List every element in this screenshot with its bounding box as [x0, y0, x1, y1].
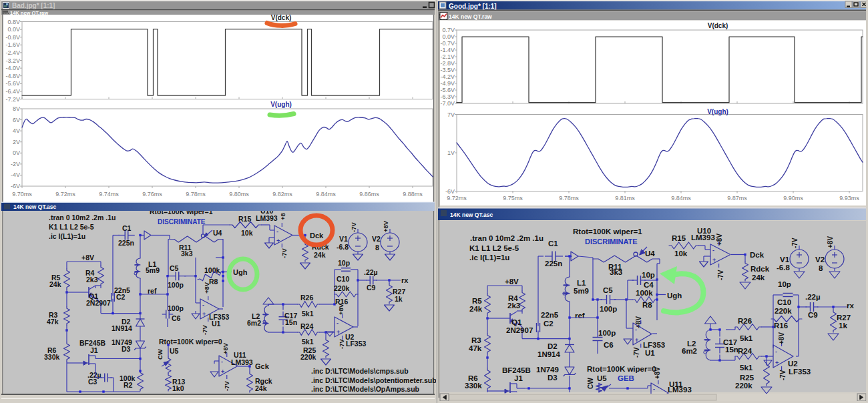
- svg-text:-6.8: -6.8: [777, 264, 790, 272]
- svg-text:C5: C5: [603, 286, 613, 294]
- svg-text:R24: R24: [300, 322, 313, 330]
- svg-text:10k: 10k: [674, 250, 688, 258]
- svg-text:10p: 10p: [778, 280, 791, 288]
- svg-text:330k: 330k: [44, 353, 60, 361]
- svg-text:0.0V: 0.0V: [7, 26, 20, 33]
- svg-text:V(dck): V(dck): [708, 22, 728, 29]
- svg-text:+8V: +8V: [222, 342, 229, 354]
- svg-text:+8V: +8V: [778, 332, 785, 344]
- svg-text:5k1: 5k1: [740, 334, 753, 342]
- svg-text:V2: V2: [372, 235, 381, 243]
- svg-text:9.70ms: 9.70ms: [12, 191, 32, 197]
- svg-text:R8: R8: [209, 278, 218, 286]
- svg-text:22n5: 22n5: [541, 311, 559, 319]
- svg-text:Good.jpg* [1:1]: Good.jpg* [1:1]: [449, 3, 497, 10]
- svg-text:9.88ms: 9.88ms: [403, 191, 423, 197]
- svg-text:R27: R27: [837, 314, 851, 322]
- svg-text:rx: rx: [401, 276, 409, 284]
- svg-text:Rdck: Rdck: [750, 265, 770, 273]
- svg-text:-7.0V: -7.0V: [440, 100, 455, 107]
- svg-text:9.80ms: 9.80ms: [229, 191, 249, 197]
- svg-text:10p: 10p: [642, 271, 655, 279]
- svg-text:C2: C2: [116, 293, 126, 301]
- svg-text:V(ugh): V(ugh): [707, 108, 728, 115]
- svg-text:9.87ms: 9.87ms: [727, 195, 747, 202]
- svg-text:9.78ms: 9.78ms: [186, 191, 206, 197]
- svg-text:C5: C5: [170, 264, 179, 272]
- svg-text:Rtot=100K wiper=1: Rtot=100K wiper=1: [573, 228, 642, 236]
- svg-text:3k3: 3k3: [181, 250, 193, 258]
- svg-text:+8V: +8V: [382, 220, 389, 232]
- svg-text:R15: R15: [672, 234, 686, 242]
- svg-text:BF245B: BF245B: [502, 366, 531, 374]
- svg-text:-5.6V: -5.6V: [5, 80, 20, 87]
- svg-text:14K new QT.raw: 14K new QT.raw: [449, 13, 492, 20]
- svg-text:6m2: 6m2: [247, 319, 261, 327]
- svg-text:220k: 220k: [334, 284, 350, 292]
- svg-text:220k: 220k: [300, 353, 316, 361]
- svg-text:15n: 15n: [725, 346, 738, 354]
- svg-text:-6V: -6V: [11, 183, 20, 189]
- svg-text:0.7V: 0.7V: [442, 27, 455, 33]
- svg-text:U5: U5: [170, 347, 179, 355]
- svg-text:.ic I(L1)=1u: .ic I(L1)=1u: [469, 254, 509, 262]
- svg-text:-6.8: -6.8: [337, 243, 349, 251]
- svg-text:9.72ms: 9.72ms: [447, 195, 467, 202]
- svg-text:-7V: -7V: [717, 270, 724, 280]
- svg-text:-: -: [221, 358, 223, 365]
- svg-text:+: +: [276, 238, 280, 244]
- svg-text:R24: R24: [738, 347, 752, 355]
- svg-text:-7V: -7V: [280, 248, 288, 258]
- svg-text:R2: R2: [124, 381, 133, 389]
- svg-text:U2: U2: [788, 360, 798, 368]
- svg-text:D3: D3: [122, 345, 131, 353]
- svg-text:-4.8V: -4.8V: [5, 73, 20, 79]
- svg-text:8: 8: [375, 244, 379, 252]
- svg-text:LF353: LF353: [346, 340, 367, 348]
- svg-text:LF353: LF353: [789, 368, 811, 376]
- svg-text:R26: R26: [738, 317, 752, 325]
- svg-text:+8V: +8V: [81, 254, 94, 262]
- svg-text:U10: U10: [697, 227, 711, 235]
- svg-text:C1: C1: [548, 240, 558, 248]
- svg-text:5k1: 5k1: [302, 338, 314, 346]
- svg-text:-4.9V: -4.9V: [440, 80, 455, 87]
- svg-text:+8: +8: [279, 213, 286, 220]
- svg-text:U1: U1: [645, 349, 655, 357]
- svg-text:100p: 100p: [600, 305, 617, 313]
- svg-text:+: +: [337, 329, 340, 336]
- svg-text:V(dck): V(dck): [271, 14, 292, 21]
- svg-text:9.72ms: 9.72ms: [55, 191, 75, 197]
- svg-text:-1.4V: -1.4V: [440, 47, 455, 53]
- svg-text:C1: C1: [122, 224, 132, 232]
- svg-text:Ugh: Ugh: [233, 268, 248, 276]
- svg-text:D3: D3: [548, 374, 558, 382]
- svg-text:Dck: Dck: [310, 232, 324, 240]
- svg-text:+8V: +8V: [827, 236, 834, 248]
- svg-text:U4: U4: [213, 229, 222, 237]
- svg-text:220k: 220k: [735, 382, 752, 390]
- svg-text:220k: 220k: [775, 307, 792, 315]
- svg-text:24k: 24k: [469, 305, 483, 313]
- svg-text:-: -: [202, 302, 204, 308]
- svg-text:100k: 100k: [636, 289, 653, 297]
- svg-text:C9: C9: [367, 284, 376, 292]
- svg-text:47k: 47k: [469, 344, 482, 352]
- svg-text:U5: U5: [597, 374, 607, 382]
- svg-text:-7.2V: -7.2V: [5, 96, 20, 103]
- svg-text:DISCRIMINATE: DISCRIMINATE: [158, 218, 206, 226]
- svg-text:-: -: [775, 348, 777, 355]
- svg-text:6V: 6V: [13, 117, 20, 123]
- svg-text:R15: R15: [238, 215, 251, 223]
- svg-text:C10: C10: [777, 298, 791, 306]
- svg-text:-2.1V: -2.1V: [440, 53, 455, 60]
- svg-text:-7V: -7V: [791, 238, 799, 248]
- svg-text:-2.4V: -2.4V: [5, 49, 20, 56]
- svg-text:C6: C6: [604, 341, 614, 349]
- svg-text:V2: V2: [815, 256, 825, 264]
- svg-text:10p: 10p: [338, 259, 350, 267]
- svg-text:R8: R8: [642, 301, 652, 309]
- svg-text:5m9: 5m9: [574, 287, 589, 295]
- svg-text:+8V: +8V: [203, 282, 210, 294]
- svg-text:9.84ms: 9.84ms: [316, 191, 336, 197]
